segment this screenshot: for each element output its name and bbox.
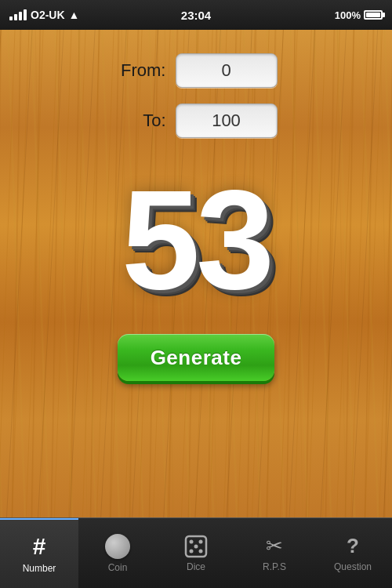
tab-number[interactable]: # Number: [0, 518, 78, 588]
svg-point-2: [199, 539, 203, 543]
tab-question[interactable]: ? Question: [314, 518, 392, 588]
tab-bar: # Number Coin Dice ✂ R.P.S ? Question: [0, 517, 392, 588]
tab-dice-label: Dice: [187, 561, 205, 572]
main-content: From: To: 53 Generate: [0, 30, 392, 517]
battery-percent: 100%: [335, 9, 361, 21]
tab-dice[interactable]: Dice: [157, 518, 235, 588]
coin-icon: [105, 534, 130, 559]
battery-fill: [366, 13, 380, 17]
svg-point-4: [199, 549, 203, 553]
signal-bar-4: [24, 9, 27, 20]
svg-point-3: [190, 549, 194, 553]
result-number: 53: [122, 169, 270, 310]
hash-icon: #: [33, 533, 46, 560]
signal-bar-2: [14, 14, 17, 20]
tab-coin-label: Coin: [108, 562, 128, 573]
tab-number-label: Number: [23, 563, 56, 574]
status-time: 23:04: [181, 9, 211, 22]
status-right: 100%: [335, 9, 383, 21]
signal-bar-3: [19, 12, 22, 20]
from-label: From:: [115, 60, 166, 81]
tab-rps[interactable]: ✂ R.P.S: [235, 518, 314, 588]
dice-icon: [184, 535, 208, 558]
to-row: To:: [115, 103, 278, 138]
status-left: O2-UK ▲: [9, 9, 79, 21]
battery-container: [364, 10, 383, 20]
wifi-icon: ▲: [69, 9, 80, 21]
to-input[interactable]: [176, 103, 278, 138]
svg-point-1: [190, 539, 194, 543]
scissors-icon: ✂: [266, 534, 283, 558]
to-label: To:: [115, 111, 166, 131]
signal-bar-1: [9, 16, 13, 20]
tab-coin[interactable]: Coin: [78, 518, 157, 588]
tab-question-label: Question: [334, 561, 372, 572]
signal-bars: [9, 9, 27, 20]
status-bar: O2-UK ▲ 23:04 100%: [0, 0, 392, 30]
generate-button[interactable]: Generate: [118, 334, 274, 381]
question-icon: ?: [347, 534, 359, 558]
svg-point-5: [194, 544, 198, 548]
tab-rps-label: R.P.S: [263, 561, 286, 572]
from-input[interactable]: [176, 53, 278, 88]
battery-icon: [364, 10, 383, 20]
from-row: From:: [115, 53, 278, 88]
carrier-name: O2-UK: [31, 9, 65, 21]
